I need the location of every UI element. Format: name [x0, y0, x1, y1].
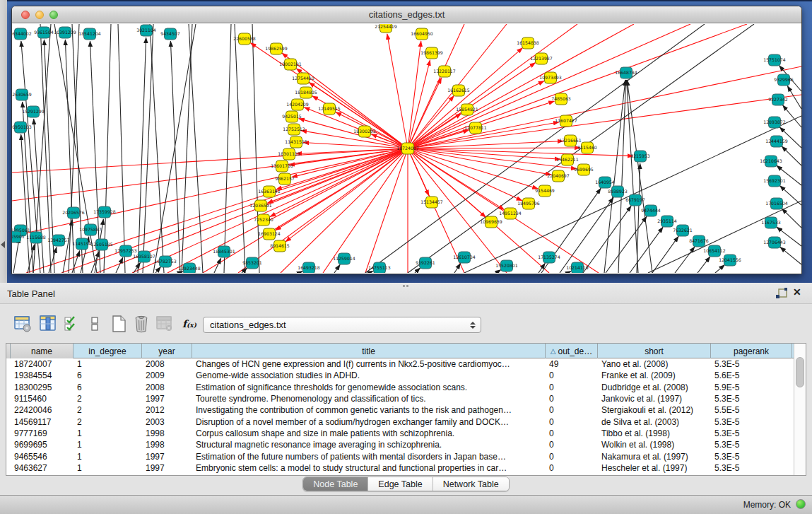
table-cell[interactable]: 1: [73, 359, 142, 369]
table-cell[interactable]: 2012: [142, 405, 192, 415]
table-cell[interactable]: Embryonic stem cells: a model to study s…: [192, 463, 546, 473]
show-column-button[interactable]: [38, 314, 58, 334]
table-cell[interactable]: Stergiakouli et al. (2012): [598, 405, 711, 415]
column-header-name[interactable]: name: [11, 344, 73, 358]
scrollbar-thumb[interactable]: [796, 357, 804, 387]
table-cell[interactable]: Franke et al. (2009): [598, 370, 711, 380]
table-cell[interactable]: 2008: [142, 359, 192, 369]
table-cell[interactable]: Disruption of a novel member of a sodium…: [192, 417, 546, 427]
table-cell[interactable]: 5.5E-5: [711, 405, 792, 415]
table-row[interactable]: 969969511998Structural magnetic resonanc…: [11, 439, 798, 450]
table-cell[interactable]: 5.3E-5: [711, 463, 792, 473]
table-cell[interactable]: 9465546: [11, 452, 73, 462]
table-cell[interactable]: 1: [73, 452, 142, 462]
float-panel-icon[interactable]: [775, 288, 788, 299]
table-cell[interactable]: 0: [546, 428, 598, 438]
table-cell[interactable]: Investigating the contribution of common…: [192, 405, 546, 415]
table-cell[interactable]: 2009: [142, 370, 192, 380]
table-cell[interactable]: 5.3E-5: [711, 452, 792, 462]
table-cell[interactable]: 1: [73, 463, 142, 473]
network-window[interactable]: citations_edges.txt 18724007183002952260…: [11, 6, 802, 274]
table-cell[interactable]: 1997: [142, 452, 192, 462]
table-cell[interactable]: 0: [546, 417, 598, 427]
table-cell[interactable]: 6: [73, 370, 142, 380]
column-header-title[interactable]: title: [192, 344, 546, 358]
tab-edge-table[interactable]: Edge Table: [368, 477, 433, 491]
table-cell[interactable]: 9777169: [11, 428, 73, 438]
splitter-grip[interactable]: [403, 285, 409, 288]
table-options-button[interactable]: [13, 314, 33, 334]
table-cell[interactable]: 5.3E-5: [711, 417, 792, 427]
table-cell[interactable]: Estimation of significance thresholds fo…: [192, 382, 546, 392]
tab-node-table[interactable]: Node Table: [303, 477, 368, 491]
table-cell[interactable]: 22420046: [11, 405, 73, 415]
table-selector-dropdown[interactable]: citations_edges.txt: [203, 317, 481, 333]
table-row[interactable]: 1872400712008Changes of HCN gene express…: [11, 358, 798, 370]
table-row[interactable]: 977716911998Corpus callosum shape and si…: [11, 428, 798, 439]
new-table-button[interactable]: [109, 314, 129, 334]
table-cell[interactable]: 14569117: [11, 417, 73, 427]
zoom-window-icon[interactable]: [49, 11, 58, 19]
table-cell[interactable]: 5.9E-5: [711, 382, 792, 392]
select-columns-button[interactable]: [62, 314, 82, 334]
column-header-indegree[interactable]: in_degree: [73, 344, 142, 358]
table-cell[interactable]: 1: [73, 440, 142, 450]
table-cell[interactable]: 5.3E-5: [711, 428, 792, 438]
table-cell[interactable]: Hescheler et al. (1997): [598, 463, 711, 473]
table-cell[interactable]: Structural magnetic resonance image aver…: [192, 440, 546, 450]
table-cell[interactable]: 0: [546, 463, 598, 473]
table-cell[interactable]: de Silva et al. (2003): [598, 417, 711, 427]
table-cell[interactable]: 2: [73, 405, 142, 415]
table-cell[interactable]: 0: [546, 370, 598, 380]
table-cell[interactable]: Corpus callosum shape and size in male p…: [192, 428, 546, 438]
function-builder-button[interactable]: f(x): [180, 314, 199, 334]
table-row[interactable]: 1938455462009Genome-wide association stu…: [11, 370, 798, 381]
table-row[interactable]: 1456911722003Disruption of a novel membe…: [11, 416, 798, 427]
table-row[interactable]: 946554611997Estimation of the future num…: [11, 450, 798, 462]
table-cell[interactable]: 19384554: [11, 370, 73, 380]
network-window-titlebar[interactable]: citations_edges.txt: [12, 6, 801, 23]
table-cell[interactable]: 5.6E-5: [711, 370, 792, 380]
table-cell[interactable]: 18724007: [11, 359, 73, 369]
table-cell[interactable]: 1997: [142, 463, 192, 473]
table-cell[interactable]: Tourette syndrome. Phenomenology and cla…: [192, 394, 546, 404]
table-cell[interactable]: Nakamura et al. (1997): [598, 452, 711, 462]
column-header-year[interactable]: year: [142, 344, 192, 358]
table-cell[interactable]: Genome-wide association studies in ADHD.: [192, 370, 546, 380]
table-cell[interactable]: 2003: [142, 417, 192, 427]
table-cell[interactable]: Tibbo et al. (1998): [598, 428, 711, 438]
table-cell[interactable]: 1: [73, 428, 142, 438]
table-cell[interactable]: 5.3E-5: [711, 394, 792, 404]
table-cell[interactable]: 0: [546, 405, 598, 415]
tab-network-table[interactable]: Network Table: [433, 477, 509, 491]
close-window-icon[interactable]: [21, 11, 30, 19]
table-cell[interactable]: 9463627: [11, 463, 73, 473]
table-cell[interactable]: 5.3E-5: [711, 359, 792, 369]
column-header-pagerank[interactable]: pagerank: [711, 344, 792, 358]
left-splitter-strip[interactable]: [0, 0, 7, 283]
table-cell[interactable]: Estimation of the future numbers of pati…: [192, 452, 546, 462]
table-cell[interactable]: 18300295: [11, 382, 73, 392]
table-cell[interactable]: 9699695: [11, 440, 73, 450]
table-cell[interactable]: 6: [73, 382, 142, 392]
table-cell[interactable]: Dudbridge et al. (2008): [598, 382, 711, 392]
collapse-panel-icon[interactable]: [1, 241, 5, 248]
table-row[interactable]: 946362711997Embryonic stem cells: a mode…: [11, 462, 798, 474]
table-cell[interactable]: 2008: [142, 382, 192, 392]
table-scrollbar[interactable]: [794, 344, 806, 475]
close-panel-icon[interactable]: ✕: [793, 286, 801, 298]
delete-table-button[interactable]: [131, 314, 151, 334]
table-cell[interactable]: 1998: [142, 440, 192, 450]
table-cell[interactable]: 0: [546, 452, 598, 462]
table-row[interactable]: 911546021997Tourette syndrome. Phenomeno…: [11, 393, 798, 404]
table-cell[interactable]: 9115460: [11, 394, 73, 404]
table-cell[interactable]: Wolkin et al. (1998): [598, 440, 711, 450]
table-cell[interactable]: 1998: [142, 428, 192, 438]
column-header-short[interactable]: short: [598, 344, 711, 358]
network-canvas[interactable]: 1872400718300295226005881986259918002101…: [12, 24, 801, 273]
table-cell[interactable]: Jankovic et al. (1997): [598, 394, 711, 404]
table-cell[interactable]: Changes of HCN gene expression and I(f) …: [192, 359, 546, 369]
table-cell[interactable]: 0: [546, 440, 598, 450]
table-cell[interactable]: 49: [546, 359, 598, 369]
table-cell[interactable]: 0: [546, 394, 598, 404]
